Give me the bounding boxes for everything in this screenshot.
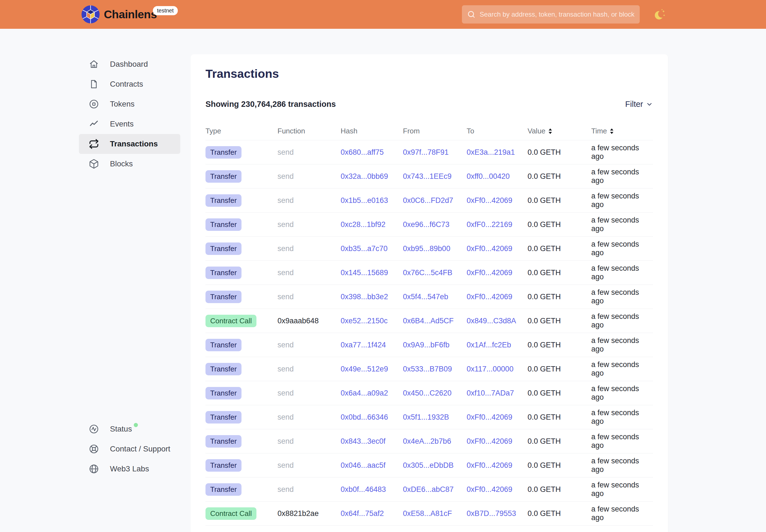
sidebar-item-dashboard[interactable]: Dashboard xyxy=(79,54,180,74)
from-link[interactable]: 0x9A9...bF6fb xyxy=(403,341,450,349)
from-link[interactable]: 0x743...1EEc9 xyxy=(403,172,452,180)
column-header-value[interactable]: Value xyxy=(528,127,591,135)
moon-icon[interactable] xyxy=(653,8,667,22)
to-link[interactable]: 0xFf0...42069 xyxy=(467,413,512,421)
column-header-time[interactable]: Time xyxy=(591,127,653,135)
page-title: Transactions xyxy=(205,67,653,80)
table-row: Transfer send 0xa77...1f424 0x9A9...bF6f… xyxy=(205,333,653,357)
type-badge: Contract Call xyxy=(205,507,256,520)
from-link[interactable]: 0x450...C2620 xyxy=(403,389,452,397)
to-link[interactable]: 0x1Af...fc2Eb xyxy=(467,341,511,349)
table-row: Transfer send 0x1b5...e0163 0x0C6...FD2d… xyxy=(205,188,653,213)
from-link[interactable]: 0x0C6...FD2d7 xyxy=(403,196,453,205)
hash-link[interactable]: 0xc28...1bf92 xyxy=(340,220,386,229)
to-link[interactable]: 0xFf0...42069 xyxy=(467,485,512,494)
to-link[interactable]: 0xFf0...42069 xyxy=(467,244,512,253)
sort-time-icon[interactable] xyxy=(609,128,614,135)
to-link[interactable]: 0xFf0...42069 xyxy=(467,268,512,277)
to-link[interactable]: 0xE3a...219a1 xyxy=(467,148,515,156)
to-link[interactable]: 0xf10...7ADa7 xyxy=(467,389,514,397)
from-link[interactable]: 0x5f4...547eb xyxy=(403,293,448,301)
sidebar-item-status[interactable]: Status xyxy=(79,419,180,439)
filter-button[interactable]: Filter xyxy=(625,100,653,109)
function-cell: send xyxy=(277,461,340,470)
type-badge: Transfer xyxy=(205,483,241,496)
brand-home-link[interactable]: Chainlens xyxy=(81,0,157,29)
from-link[interactable]: 0xE58...A81cF xyxy=(403,509,452,518)
hash-link[interactable]: 0x046...aac5f xyxy=(340,461,386,469)
brand-name: Chainlens xyxy=(104,8,157,21)
table-row: Transfer send 0x6a4...a09a2 0x450...C262… xyxy=(205,381,653,405)
from-link[interactable]: 0x76C...5c4FB xyxy=(403,268,453,277)
value-cell: 0.0 GETH xyxy=(528,268,591,277)
from-link[interactable]: 0x305...eDbDB xyxy=(403,461,454,469)
time-cell: a few seconds ago xyxy=(591,264,653,281)
to-link[interactable]: 0xff0...00420 xyxy=(467,172,510,180)
from-link[interactable]: 0x5f1...1932B xyxy=(403,413,449,421)
sidebar-item-transactions[interactable]: Transactions xyxy=(79,134,180,154)
hash-link[interactable]: 0x145...15689 xyxy=(340,268,388,277)
hash-link[interactable]: 0xa77...1f424 xyxy=(340,341,386,349)
sidebar-item-blocks[interactable]: Blocks xyxy=(79,154,180,174)
hash-link[interactable]: 0x1b5...e0163 xyxy=(340,196,388,205)
hash-link[interactable]: 0x32a...0bb69 xyxy=(340,172,388,180)
from-link[interactable]: 0x533...B7B09 xyxy=(403,365,452,373)
to-link[interactable]: 0xFf0...42069 xyxy=(467,293,512,301)
status-healthy-dot xyxy=(134,423,138,427)
hash-link[interactable]: 0xe52...2150c xyxy=(340,317,388,325)
to-link[interactable]: 0xFf0...42069 xyxy=(467,461,512,469)
hash-link[interactable]: 0xb35...a7c70 xyxy=(340,244,388,253)
from-link[interactable]: 0x4eA...2b7b6 xyxy=(403,437,451,445)
hash-link[interactable]: 0x0bd...66346 xyxy=(340,413,388,421)
from-link[interactable]: 0xe96...f6C73 xyxy=(403,220,450,229)
from-link[interactable]: 0xb95...89b00 xyxy=(403,244,450,253)
time-cell: a few seconds ago xyxy=(591,409,653,426)
to-link[interactable]: 0xfF0...22169 xyxy=(467,220,512,229)
table-header-row: Type Function Hash From To Value Time xyxy=(205,122,653,140)
value-cell: 0.0 GETH xyxy=(528,317,591,325)
time-cell: a few seconds ago xyxy=(591,240,653,257)
to-link[interactable]: 0xB7D...79553 xyxy=(467,509,516,518)
value-cell: 0.0 GETH xyxy=(528,148,591,157)
time-cell: a few seconds ago xyxy=(591,457,653,474)
hash-link[interactable]: 0x680...aff75 xyxy=(340,148,384,156)
hash-link[interactable]: 0x843...3ec0f xyxy=(340,437,386,445)
table-row: Contract Call 0x8821b2ae 0x64f...75af2 0… xyxy=(205,502,653,526)
value-cell: 0.0 GETH xyxy=(528,341,591,349)
repeat-icon xyxy=(88,138,99,149)
activity-icon xyxy=(88,423,99,435)
sidebar-item-contracts[interactable]: Contracts xyxy=(79,74,180,94)
value-cell: 0.0 GETH xyxy=(528,413,591,422)
time-cell: a few seconds ago xyxy=(591,168,653,185)
to-link[interactable]: 0x117...00000 xyxy=(467,365,514,373)
sort-value-icon[interactable] xyxy=(548,128,553,135)
search-icon xyxy=(467,10,476,19)
transactions-panel: Transactions Showing 230,764,286 transac… xyxy=(190,54,668,532)
from-link[interactable]: 0x6B4...Ad5CF xyxy=(403,317,454,325)
type-badge: Transfer xyxy=(205,411,241,423)
table-row: Transfer send 0x49e...512e9 0x533...B7B0… xyxy=(205,357,653,381)
function-cell: send xyxy=(277,268,340,277)
value-cell: 0.0 GETH xyxy=(528,172,591,181)
global-search[interactable] xyxy=(462,5,640,24)
sidebar-item-events[interactable]: Events xyxy=(79,114,180,134)
from-link[interactable]: 0xDE6...abC87 xyxy=(403,485,454,494)
to-link[interactable]: 0xFf0...42069 xyxy=(467,437,512,445)
search-input[interactable] xyxy=(480,11,635,18)
token-icon xyxy=(88,99,99,110)
sidebar-item-web3-labs[interactable]: Web3 Labs xyxy=(79,459,180,479)
value-cell: 0.0 GETH xyxy=(528,437,591,446)
hash-link[interactable]: 0x398...bb3e2 xyxy=(340,293,388,301)
hash-link[interactable]: 0x49e...512e9 xyxy=(340,365,388,373)
sidebar-item-tokens[interactable]: Tokens xyxy=(79,94,180,114)
sidebar-item-contact-support[interactable]: Contact / Support xyxy=(79,439,180,459)
hash-link[interactable]: 0xb0f...46483 xyxy=(340,485,386,494)
hash-link[interactable]: 0x6a4...a09a2 xyxy=(340,389,388,397)
to-link[interactable]: 0x849...C3d8A xyxy=(467,317,516,325)
to-link[interactable]: 0xFf0...42069 xyxy=(467,196,512,205)
filter-label: Filter xyxy=(625,100,643,109)
type-badge: Transfer xyxy=(205,194,241,207)
hash-link[interactable]: 0x64f...75af2 xyxy=(340,509,384,518)
table-row: Transfer send 0x32a...0bb69 0x743...1EEc… xyxy=(205,164,653,188)
from-link[interactable]: 0x97f...78F91 xyxy=(403,148,449,156)
